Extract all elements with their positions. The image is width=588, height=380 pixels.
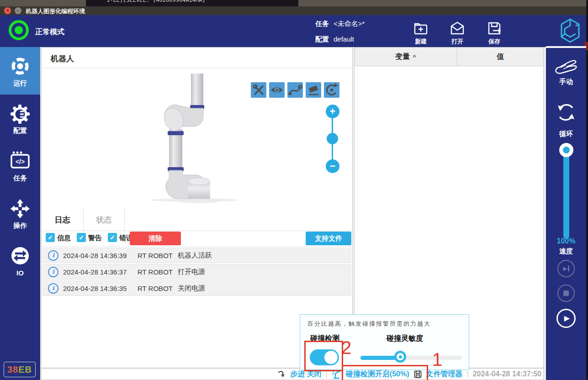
speed-slider-handle[interactable] [559,143,573,157]
checkbox-warning[interactable]: ✓ [77,233,86,242]
window-close-button[interactable]: ✕ [4,7,11,14]
trace-path-icon [287,82,303,98]
right-sidebar: 手动 循环 100% 速度 ▶ ▶ [546,46,586,380]
eraser-icon [306,82,321,98]
stop-icon [563,290,569,296]
run-icon [0,56,40,76]
collision-sensitivity-label: 碰撞灵敏度 [387,334,423,343]
stop-button[interactable] [557,285,575,302]
loop-button[interactable] [556,102,577,125]
sidebar-item-config-label: 配置 [0,127,40,135]
clear-log-button[interactable]: 清除 [130,232,181,245]
manual-label: 手动 [546,78,586,86]
view-erase-button[interactable] [306,82,321,98]
open-task-button[interactable]: 打开 [444,21,471,46]
new-task-label: 新建 [407,37,434,46]
sidebar-item-io-label: IO [0,269,40,277]
cube-logo-icon [560,18,580,43]
robot-arm-3d-view[interactable] [154,74,236,204]
annotation-digit-2: 2 [341,338,351,357]
sidebar-item-task-label: 任务 [0,174,40,183]
log-source: RT ROBOT [138,252,178,259]
log-row[interactable]: i 2024-04-28 14:36:39 RT ROBOT 机器人活跃 [42,248,351,263]
variables-column-header[interactable]: 变量 ^ [355,48,457,66]
sidebar-item-config[interactable]: 配置 [0,95,40,142]
speed-percent: 100% [546,237,586,245]
value-column-header[interactable]: 值 [457,48,543,66]
check-icon: ✓ [110,234,115,241]
window-title: 机器人图形化编程环境 [26,7,85,16]
collision-hint-text: 百分比越高，触发碰撞报警所需的力越大 [307,320,431,328]
log-time: 2024-04-28 14:36:39 [63,252,138,259]
sidebar-item-task[interactable]: </> 任务 [0,142,40,190]
play-icon: ▶ [564,315,570,322]
save-task-button[interactable]: 保存 [481,21,508,46]
sort-caret-icon: ^ [413,53,416,60]
view-trace-button[interactable] [287,82,303,98]
new-task-button[interactable]: 新建 [407,21,434,46]
step-forward-icon: ▶ [563,266,567,271]
brand-logo [560,18,580,45]
speed-slider-track[interactable] [563,148,569,239]
open-icon [450,21,465,36]
open-task-label: 打开 [444,37,471,46]
sensitivity-slider-handle[interactable] [394,351,406,363]
sidebar-item-operate[interactable]: 操作 [0,190,40,237]
background-terminal-text: 1-LE][SELVEL: [402609904A14MA] [106,0,206,3]
view-visibility-button[interactable] [269,82,285,98]
gear-icon [0,104,40,125]
tools-icon [251,82,266,98]
hand-icon [554,58,578,76]
background-window-strip: 1-LE][SELVEL: [402609904A14MA] [0,0,588,6]
svg-text:</>: </> [16,158,25,165]
status-badge: 38EB [4,362,36,377]
check-icon: ✓ [79,234,84,241]
window-minimize-button[interactable]: – [15,7,21,14]
sidebar-item-io[interactable]: IO [0,237,40,285]
checkbox-info-label: 信息 [57,234,71,243]
divider [42,246,352,247]
log-source: RT ROBOT [138,285,178,292]
sidebar-item-run[interactable]: 运行 [0,47,40,95]
play-button[interactable]: ▶ [556,309,576,328]
tab-status[interactable]: 状态 [84,208,125,231]
step-mode-icon [277,369,286,379]
log-row[interactable]: i 2024-04-28 14:36:35 RT ROBOT 关闭电源 [42,280,351,296]
step-forward-button[interactable]: ▶ [557,260,575,277]
config-row: 配置default [315,35,354,44]
view-zoom-out-button[interactable]: − [326,159,339,173]
eye-icon [269,82,285,98]
view-zoom-in-button[interactable]: + [326,105,339,118]
view-zoom-slider-handle[interactable] [327,133,338,144]
tab-log[interactable]: 日志 [42,208,84,231]
manual-button[interactable] [554,58,578,78]
divider [546,46,586,48]
view-tools-button[interactable] [251,82,266,98]
save-icon [487,21,502,36]
info-icon: i [48,267,58,277]
screen: 1-LE][SELVEL: [402609904A14MA] ✕ – 机器人图形… [0,0,588,380]
mode-label: 正常模式 [35,27,64,37]
annotation-digit-1: 1 [432,350,442,369]
log-time: 2024-04-28 14:36:35 [63,285,138,292]
log-row[interactable]: i 2024-04-28 14:36:37 RT ROBOT 打开电源 [42,264,351,280]
speed-label: 速度 [546,247,586,256]
info-icon: i [48,283,58,294]
divider [42,68,352,68]
rotate-reset-icon [324,82,339,98]
left-sidebar: 运行 配置 [0,47,40,380]
log-time: 2024-04-28 14:36:37 [63,268,138,276]
file-manager-link[interactable]: 文件管理器 [426,369,463,379]
code-window-icon: </> [0,151,40,169]
config-label: 配置 [315,35,329,43]
support-file-button[interactable]: 支持文件 [306,232,351,245]
checkbox-info[interactable]: ✓ [46,233,55,242]
view-reset-rotation-button[interactable] [324,82,339,98]
divider [42,231,352,231]
checkbox-error[interactable]: ✓ [108,233,117,242]
loop-label: 循环 [546,130,586,138]
checkbox-warning-label: 警告 [88,234,102,243]
log-message: 打开电源 [178,268,205,276]
info-icon: i [48,250,58,261]
task-row: 任务<未命名>* [315,20,365,28]
